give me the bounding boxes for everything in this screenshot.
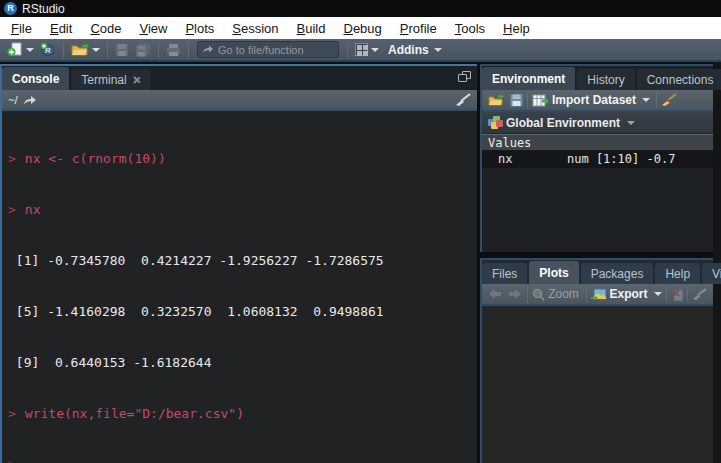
save-all-button[interactable] — [132, 40, 154, 59]
tab-plots[interactable]: Plots — [529, 261, 578, 284]
console-prompt: > — [8, 202, 16, 217]
zoom-plot-button[interactable]: Zoom — [548, 287, 579, 301]
clear-plots-broom-icon[interactable] — [692, 288, 707, 301]
open-file-button[interactable] — [68, 40, 103, 59]
rstudio-window: R RStudio File Edit Code View Plots Sess… — [0, 0, 721, 463]
new-file-button[interactable] — [4, 40, 37, 59]
r-logo-icon: R — [4, 2, 17, 15]
tab-viewer-label: Viewer — [712, 267, 721, 281]
open-folder-icon — [71, 43, 89, 57]
previous-plot-arrow-icon[interactable] — [488, 288, 502, 300]
values-section-label: Values — [488, 136, 531, 150]
import-dataset-icon[interactable] — [532, 94, 549, 107]
new-project-button[interactable]: R — [37, 40, 59, 59]
main-toolbar: R Go to file/function Addins — [0, 39, 721, 62]
new-file-icon — [7, 42, 23, 57]
title-bar: R RStudio — [0, 0, 721, 17]
variable-row-nx[interactable]: nx num [1:10] -0.7 — [482, 150, 713, 168]
save-button[interactable] — [112, 40, 132, 59]
pane-layout-button[interactable] — [352, 40, 382, 59]
console-prompt: > — [8, 151, 16, 166]
clear-console-broom-icon[interactable] — [455, 93, 471, 107]
console-line: > — [8, 456, 477, 463]
values-section-header: Values — [482, 134, 713, 150]
tab-connections[interactable]: Connections — [637, 69, 721, 90]
plot-display-area — [482, 306, 713, 463]
menu-debug[interactable]: Debug — [335, 19, 391, 38]
environment-toolbar: Import Dataset — [482, 90, 713, 112]
tab-files[interactable]: Files — [482, 263, 527, 284]
console-tabstrip: Console Terminal — [2, 66, 477, 90]
toolbar-separator — [687, 286, 688, 302]
tab-history[interactable]: History — [577, 69, 634, 90]
goto-directory-icon[interactable] — [23, 94, 37, 105]
console-line: [9] 0.6440153 -1.6182644 — [8, 354, 477, 371]
zoom-magnifier-icon[interactable] — [532, 288, 545, 301]
export-caret-icon — [654, 292, 662, 296]
menu-help[interactable]: Help — [494, 19, 539, 38]
tab-files-label: Files — [492, 267, 517, 281]
menu-code[interactable]: Code — [81, 19, 130, 38]
new-project-icon: R — [40, 42, 56, 57]
toolbar-separator — [188, 42, 189, 58]
console-line: [1] -0.7345780 0.4214227 -1.9256227 -1.7… — [8, 252, 477, 269]
save-workspace-icon[interactable] — [510, 94, 523, 107]
tab-help[interactable]: Help — [655, 263, 700, 284]
tab-connections-label: Connections — [647, 73, 714, 87]
import-dataset-caret-icon — [642, 98, 650, 102]
working-directory: ~/ — [8, 94, 17, 106]
environment-scope-caret-icon — [627, 121, 635, 125]
toolbar-separator — [527, 286, 528, 302]
window-title: RStudio — [22, 2, 65, 16]
tab-viewer[interactable]: Viewer — [702, 263, 721, 284]
import-dataset-button[interactable]: Import Dataset — [552, 93, 636, 107]
global-environment-label: Global Environment — [506, 116, 620, 130]
console-pane: Console Terminal ~/ >nx <- c(rnorm(10)) … — [0, 64, 477, 463]
maximize-pane-icon[interactable] — [458, 71, 471, 82]
addins-button[interactable]: Addins — [388, 43, 429, 57]
console-toolbar: ~/ — [2, 90, 477, 111]
save-all-icon — [135, 43, 151, 57]
tab-history-label: History — [587, 73, 624, 87]
tab-plots-label: Plots — [539, 266, 568, 280]
console-output[interactable]: >nx <- c(rnorm(10)) >nx [1] -0.7345780 0… — [2, 111, 477, 463]
menu-profile[interactable]: Profile — [391, 19, 446, 38]
tab-packages-label: Packages — [591, 267, 644, 281]
environment-scope-row[interactable]: Global Environment — [482, 112, 713, 134]
toolbar-separator — [586, 286, 587, 302]
export-plot-button[interactable]: Export — [610, 287, 648, 301]
menu-build[interactable]: Build — [288, 19, 335, 38]
console-prompt: > — [8, 457, 16, 463]
console-line: >nx <- c(rnorm(10)) — [8, 150, 477, 167]
console-result: [1] -0.7345780 0.4214227 -1.9256227 -1.7… — [8, 253, 384, 268]
toolbar-separator — [63, 42, 64, 58]
menu-session[interactable]: Session — [223, 19, 287, 38]
tab-environment[interactable]: Environment — [482, 67, 575, 90]
export-plot-icon[interactable] — [591, 288, 607, 301]
menu-tools[interactable]: Tools — [446, 19, 494, 38]
menu-bar: File Edit Code View Plots Session Build … — [0, 17, 721, 39]
tab-terminal[interactable]: Terminal — [71, 69, 149, 90]
print-icon — [166, 43, 181, 57]
menu-edit[interactable]: Edit — [41, 19, 81, 38]
remove-plot-icon[interactable] — [671, 288, 684, 301]
menu-file[interactable]: File — [2, 19, 41, 38]
load-workspace-folder-icon[interactable] — [488, 94, 504, 107]
console-command: nx <- c(rnorm(10)) — [25, 151, 166, 166]
variable-name: nx — [482, 152, 567, 166]
goto-file-function-input[interactable]: Go to file/function — [197, 41, 339, 58]
pane-layout-caret-icon — [371, 48, 379, 52]
print-button[interactable] — [163, 40, 184, 59]
menu-view[interactable]: View — [130, 19, 176, 38]
global-environment-icon — [488, 116, 502, 129]
tab-console[interactable]: Console — [2, 67, 69, 90]
console-line: >write(nx,file="D:/bear.csv") — [8, 405, 477, 422]
clear-environment-broom-icon[interactable] — [661, 93, 677, 107]
close-icon[interactable] — [133, 76, 140, 83]
menu-plots[interactable]: Plots — [176, 19, 223, 38]
tab-help-label: Help — [665, 267, 690, 281]
tab-packages[interactable]: Packages — [581, 263, 654, 284]
goto-arrow-icon — [202, 44, 214, 55]
next-plot-arrow-icon[interactable] — [508, 288, 522, 300]
tab-terminal-label: Terminal — [81, 73, 126, 87]
